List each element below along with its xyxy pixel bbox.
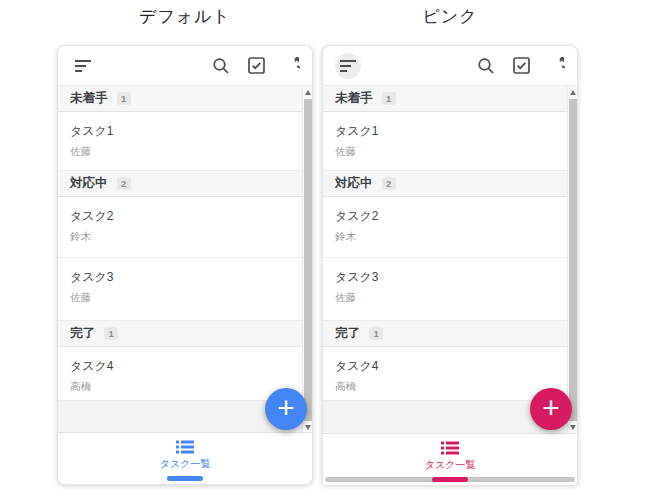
scrollbar[interactable]: [567, 86, 577, 434]
bottom-nav: タスク一覧: [323, 433, 577, 485]
task-row[interactable]: タスク4 高橋: [58, 347, 303, 401]
search-icon[interactable]: [473, 53, 499, 79]
active-tab-indicator: [432, 477, 468, 482]
task-row[interactable]: タスク2 鈴木: [58, 197, 303, 258]
select-all-checkbox-icon[interactable]: [508, 53, 534, 79]
task-list: 未着手 1 タスク1 佐藤 対応中 2 タスク2 鈴木 タスク3 佐藤 完了 1: [323, 86, 568, 434]
section-header-done: 完了 1: [323, 321, 568, 347]
scrollbar[interactable]: [302, 86, 312, 434]
section-label: 対応中: [70, 175, 108, 192]
section-label: 完了: [70, 325, 95, 342]
task-row[interactable]: タスク2 鈴木: [323, 197, 568, 258]
sort-icon[interactable]: [335, 53, 361, 79]
task-title: タスク1: [70, 123, 291, 140]
task-row[interactable]: タスク1 佐藤: [58, 112, 303, 171]
task-title: タスク1: [335, 123, 556, 140]
toolbar: [58, 46, 312, 86]
section-label: 完了: [335, 325, 360, 342]
list-icon: [441, 441, 459, 455]
toolbar: [323, 46, 577, 86]
task-title: タスク4: [70, 358, 291, 375]
task-assignee: 鈴木: [335, 230, 556, 244]
task-assignee: 高橋: [70, 380, 291, 394]
list-icon: [176, 440, 194, 454]
scrollbar-thumb[interactable]: [569, 99, 577, 421]
tab-label: タスク一覧: [160, 457, 211, 471]
task-assignee: 高橋: [335, 380, 556, 394]
scroll-down-arrow-icon[interactable]: [305, 425, 311, 430]
refresh-icon[interactable]: [543, 53, 569, 79]
select-all-checkbox-icon[interactable]: [243, 53, 269, 79]
task-assignee: 鈴木: [70, 230, 291, 244]
task-title: タスク4: [335, 358, 556, 375]
active-tab-indicator: [167, 476, 203, 481]
scroll-up-arrow-icon[interactable]: [570, 90, 576, 95]
task-title: タスク3: [70, 269, 291, 286]
section-count-badge: 1: [382, 92, 396, 105]
task-assignee: 佐藤: [335, 145, 556, 159]
scroll-up-arrow-icon[interactable]: [305, 90, 311, 95]
section-label: 対応中: [335, 175, 373, 192]
task-list: 未着手 1 タスク1 佐藤 対応中 2 タスク2 鈴木 タスク3 佐藤 完了 1: [58, 86, 303, 434]
task-row[interactable]: タスク3 佐藤: [323, 258, 568, 321]
section-label: 未着手: [70, 90, 108, 107]
section-header-done: 完了 1: [58, 321, 303, 347]
task-title: タスク3: [335, 269, 556, 286]
scroll-down-arrow-icon[interactable]: [570, 425, 576, 430]
section-label: 未着手: [335, 90, 373, 107]
section-count-badge: 2: [117, 177, 131, 190]
task-assignee: 佐藤: [70, 291, 291, 305]
section-count-badge: 1: [117, 92, 131, 105]
panel-title-pink: ピンク: [322, 2, 578, 32]
section-header-doing: 対応中 2: [58, 171, 303, 197]
task-title: タスク2: [70, 208, 291, 225]
add-task-fab[interactable]: +: [265, 388, 307, 430]
task-assignee: 佐藤: [70, 145, 291, 159]
refresh-icon[interactable]: [278, 53, 304, 79]
section-header-todo: 未着手 1: [323, 86, 568, 112]
task-title: タスク2: [335, 208, 556, 225]
section-header-doing: 対応中 2: [323, 171, 568, 197]
section-count-badge: 1: [369, 327, 383, 340]
app-panel-default: 未着手 1 タスク1 佐藤 対応中 2 タスク2 鈴木 タスク3 佐藤 完了 1: [57, 45, 313, 485]
add-task-fab[interactable]: +: [530, 388, 572, 430]
sort-icon[interactable]: [70, 53, 96, 79]
bottom-nav: タスク一覧: [58, 432, 312, 484]
task-row[interactable]: タスク3 佐藤: [58, 258, 303, 321]
scrollbar-thumb[interactable]: [304, 99, 312, 421]
tab-task-list[interactable]: タスク一覧: [323, 434, 577, 472]
section-count-badge: 2: [382, 177, 396, 190]
panel-title-default: デフォルト: [57, 2, 313, 32]
search-icon[interactable]: [208, 53, 234, 79]
section-count-badge: 1: [104, 327, 118, 340]
tab-label: タスク一覧: [425, 458, 476, 472]
task-row[interactable]: タスク4 高橋: [323, 347, 568, 401]
tab-task-list[interactable]: タスク一覧: [58, 433, 312, 471]
section-header-todo: 未着手 1: [58, 86, 303, 112]
page: デフォルト ピンク 未着手 1: [0, 0, 672, 496]
task-assignee: 佐藤: [335, 291, 556, 305]
task-row[interactable]: タスク1 佐藤: [323, 112, 568, 171]
app-panel-pink: 未着手 1 タスク1 佐藤 対応中 2 タスク2 鈴木 タスク3 佐藤 完了 1: [322, 45, 578, 485]
